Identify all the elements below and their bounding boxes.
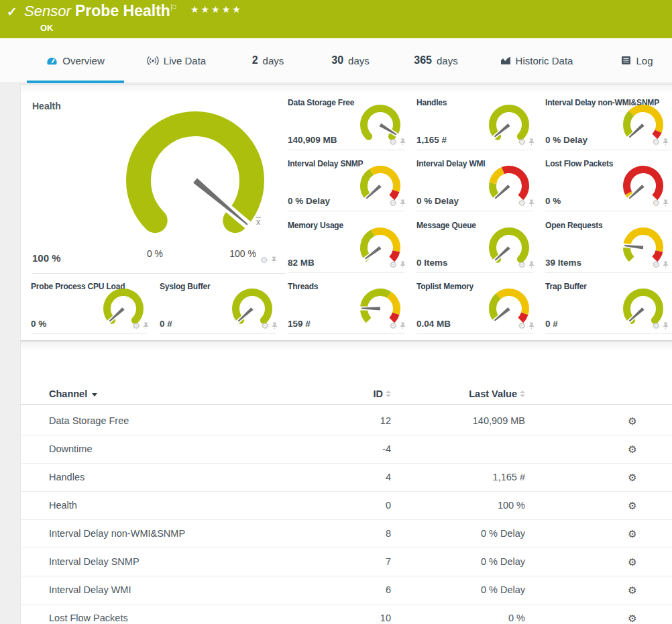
- tab-number: 2: [252, 54, 258, 66]
- gauge-threads: Threads159 #⚙: [288, 278, 410, 334]
- gauge-value: 82 MB: [288, 258, 315, 268]
- gauge-title: Lost Flow Packets: [545, 159, 613, 168]
- pin-icon[interactable]: [400, 138, 406, 146]
- gear-icon[interactable]: ⚙: [389, 321, 397, 330]
- channel-settings-gear-icon[interactable]: ⚙: [622, 464, 642, 491]
- divider: [160, 333, 276, 334]
- gauge-syslog-buffer: Syslog Buffer0 #⚙: [160, 278, 282, 334]
- gear-icon[interactable]: ⚙: [518, 138, 526, 146]
- channel-name: Interval Delay non-WMI&SNMP: [49, 520, 185, 548]
- gauge-title: Open Requests: [545, 221, 602, 230]
- channel-settings-gear-icon[interactable]: ⚙: [622, 520, 642, 548]
- pin-icon[interactable]: [528, 321, 535, 330]
- gauge-value: 0 % Delay: [545, 135, 587, 145]
- table-row-data-storage-free: Data Storage Free12140,909 MB⚙: [21, 407, 672, 435]
- table-header: Channel ID Last Value: [21, 384, 672, 404]
- channel-settings-gear-icon[interactable]: ⚙: [622, 605, 642, 624]
- gauge-value: 0 #: [545, 319, 558, 329]
- gauge-title: Health: [32, 101, 61, 111]
- pin-icon[interactable]: [400, 260, 406, 269]
- average-marker: x: [256, 217, 260, 227]
- sort-last-value[interactable]: Last Value: [469, 384, 525, 404]
- channel-settings-gear-icon[interactable]: ⚙: [622, 492, 642, 519]
- tab-label: Overview: [62, 55, 105, 66]
- channel-settings-gear-icon[interactable]: ⚙: [622, 435, 642, 463]
- gear-icon[interactable]: ⚙: [260, 256, 268, 264]
- gear-icon[interactable]: ⚙: [261, 321, 269, 330]
- gauge-title: Message Queue: [416, 221, 476, 230]
- tab-365-days[interactable]: 365days: [402, 38, 469, 83]
- sensor-header: ✓ Sensor Probe Health ⚐ ★★★★★ OK: [0, 0, 672, 38]
- gauge-title: Memory Usage: [288, 221, 343, 230]
- tab-label: days: [437, 55, 458, 66]
- gauge-value: 0 #: [160, 319, 172, 329]
- tab-label: days: [263, 55, 284, 66]
- tab-bar: OverviewLive Data2days30days365daysHisto…: [0, 38, 672, 83]
- divider: [545, 150, 672, 150]
- channel-last-value: 0 % Delay: [481, 520, 525, 548]
- tab-overview[interactable]: Overview: [27, 38, 124, 83]
- sort-carets-icon: [520, 391, 525, 397]
- gear-icon[interactable]: ⚙: [652, 260, 660, 269]
- gauge-icon: [46, 56, 58, 66]
- tab-30-days[interactable]: 30days: [319, 38, 382, 83]
- table-row-lost-flow-packets: Lost Flow Packets100 %⚙: [21, 605, 672, 624]
- tab-historic-data[interactable]: Historic Data: [490, 38, 583, 83]
- gear-icon[interactable]: ⚙: [132, 321, 140, 330]
- channel-name: Data Storage Free: [49, 407, 129, 435]
- gauge-title: Data Storage Free: [288, 98, 354, 107]
- table-row-interval-delay-snmp: Interval Delay SNMP70 % Delay⚙: [21, 548, 672, 576]
- gauge-value: 39 Items: [545, 258, 581, 268]
- channel-last-value: 0 %: [508, 605, 525, 624]
- divider: [545, 333, 672, 334]
- channel-settings-gear-icon[interactable]: ⚙: [622, 407, 642, 435]
- pin-icon[interactable]: [271, 256, 277, 264]
- divider: [545, 272, 672, 273]
- page-title: Probe Health: [75, 2, 170, 20]
- gear-icon[interactable]: ⚙: [518, 199, 526, 207]
- divider: [288, 211, 404, 211]
- channel-settings-gear-icon[interactable]: ⚙: [622, 548, 642, 576]
- pin-icon[interactable]: [400, 199, 406, 207]
- pin-icon[interactable]: [663, 138, 669, 146]
- object-kind-label: Sensor: [24, 3, 71, 20]
- gear-icon[interactable]: ⚙: [652, 199, 660, 207]
- sort-id[interactable]: ID: [374, 384, 392, 404]
- tab-log[interactable]: Log: [613, 38, 661, 83]
- channel-last-value: 0 % Delay: [481, 576, 525, 604]
- pin-icon[interactable]: [400, 321, 406, 330]
- gauge-title: Handles: [416, 98, 447, 107]
- pin-icon[interactable]: [663, 260, 669, 269]
- sort-channel[interactable]: Channel: [49, 384, 97, 404]
- pin-icon[interactable]: [272, 321, 278, 330]
- gear-icon[interactable]: ⚙: [518, 321, 526, 330]
- gear-icon[interactable]: ⚙: [518, 260, 526, 269]
- pin-icon[interactable]: [528, 199, 535, 207]
- gauge-message-queue: Message Queue0 Items⚙: [416, 217, 539, 273]
- channel-settings-gear-icon[interactable]: ⚙: [622, 576, 642, 604]
- chart-icon: [500, 56, 511, 65]
- gear-icon[interactable]: ⚙: [389, 138, 397, 146]
- pin-icon[interactable]: [528, 260, 535, 269]
- gear-icon[interactable]: ⚙: [389, 199, 397, 207]
- channel-name: Downtime: [49, 435, 92, 463]
- tab-live-data[interactable]: Live Data: [134, 38, 219, 83]
- gear-icon[interactable]: ⚙: [389, 260, 397, 269]
- divider: [416, 333, 533, 334]
- pin-icon[interactable]: [663, 321, 669, 330]
- tab-2-days[interactable]: 2days: [236, 38, 300, 83]
- channel-id: -4: [382, 435, 391, 463]
- gauge-value: 1,165 #: [416, 135, 447, 145]
- pin-icon[interactable]: [528, 138, 535, 146]
- gear-icon[interactable]: ⚙: [652, 138, 660, 146]
- gear-icon[interactable]: ⚙: [652, 321, 660, 330]
- divider: [416, 211, 533, 211]
- flag-icon[interactable]: ⚐: [170, 3, 178, 13]
- gauge-interval-delay-non-wmi-snmp: Interval Delay non-WMI&SNMP0 % Delay⚙: [545, 95, 672, 150]
- pin-icon[interactable]: [143, 321, 149, 330]
- gauge-value: 0.04 MB: [416, 319, 451, 329]
- pin-icon[interactable]: [663, 199, 669, 207]
- priority-stars[interactable]: ★★★★★: [190, 4, 243, 15]
- table-row-downtime: Downtime-4⚙: [21, 435, 672, 464]
- channel-last-value: 140,909 MB: [473, 407, 525, 435]
